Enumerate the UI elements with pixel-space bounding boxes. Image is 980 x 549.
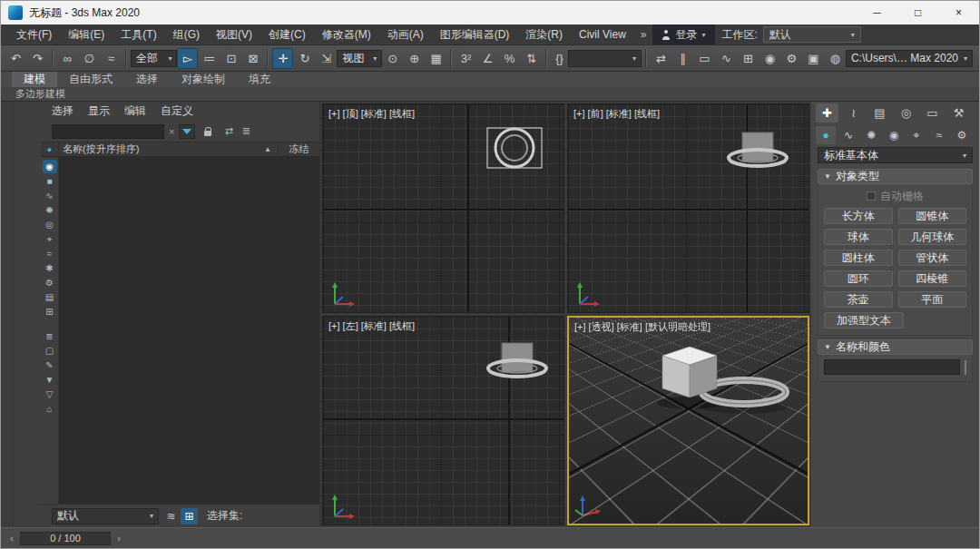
angle-snap-icon[interactable]: ∠ [477,48,498,69]
create-tab-icon[interactable]: ✚ [816,103,838,123]
menu-animation[interactable]: 动画(A) [379,25,432,44]
modify-tab-icon[interactable]: ≀ [842,103,865,123]
filter-funnel-icon[interactable] [179,124,195,139]
viewport-front[interactable]: [+] [前] [标准] [线框] [567,103,809,313]
window-crossing-toggle-icon[interactable]: ⊠ [242,48,263,69]
pyramid-button[interactable]: 四棱锥 [898,270,967,287]
geosphere-button[interactable]: 几何球体 [898,229,967,245]
space-warps-icon[interactable]: ≈ [929,126,949,144]
systems-icon[interactable]: ⚙ [952,126,972,144]
viewport-label-front[interactable]: [+] [前] [标准] [线框] [573,107,660,121]
menu-views[interactable]: 视图(V) [208,25,260,44]
ribbon-tab-populate[interactable]: 填充 [237,72,282,87]
display-helpers-icon[interactable]: ⌖ [43,232,57,246]
material-editor-icon[interactable]: ◉ [760,48,780,69]
list-view-icon[interactable]: ≣ [43,329,57,343]
viewport-perspective[interactable]: [+] [透视] [标准] [默认明暗处理] [567,316,809,525]
ribbon-tab-object-paint[interactable]: 对象绘制 [170,72,237,87]
name-color-rollout-header[interactable]: ▼ 名称和颜色 [818,339,973,355]
close-button[interactable]: × [938,1,979,25]
unlink-selection-icon[interactable]: ∅ [79,48,100,69]
menu-civil-view[interactable]: Civil View [571,25,634,44]
rectangular-selection-region-icon[interactable]: ⊡ [220,48,241,69]
display-tab-icon[interactable]: ▭ [921,103,944,123]
ribbon-tab-selection[interactable]: 选择 [124,72,170,87]
viewport-left[interactable]: [+] [左] [标准] [线框] [322,316,564,525]
name-column-header[interactable]: 名称(按升序排序) ▲ [59,142,278,156]
selection-set-dropdown[interactable]: 默认 ▾ [52,508,159,524]
menu-tools[interactable]: 工具(T) [113,25,164,44]
se-menu-display[interactable]: 显示 [81,103,117,119]
display-cameras-icon[interactable]: ◎ [43,218,57,231]
shapes-icon[interactable]: ∿ [838,126,858,144]
edit-named-sets-icon[interactable]: {} [551,48,568,69]
viewport-label-left[interactable]: [+] [左] [标准] [线框] [328,319,415,333]
use-pivot-point-icon[interactable]: ⊙ [382,48,403,69]
display-lights-icon[interactable]: ✺ [43,203,57,217]
geometry-icon[interactable]: ● [816,126,836,144]
mirror-icon[interactable]: ⇄ [651,48,671,69]
sphere-button[interactable]: 球体 [824,229,893,245]
motion-tab-icon[interactable]: ◎ [895,103,917,123]
choose-columns-icon[interactable]: ≣ [238,124,254,139]
menu-modifiers[interactable]: 修改器(M) [314,25,379,44]
schematic-view-icon[interactable]: ⊞ [738,48,759,69]
object-color-swatch[interactable] [965,360,966,375]
search-input[interactable] [52,124,164,139]
keyboard-override-icon[interactable]: ▦ [426,48,446,69]
primitive-category-dropdown[interactable]: 标准基本体 ▾ [818,147,973,163]
box-button[interactable]: 长方体 [824,208,893,224]
object-name-input[interactable] [824,359,960,375]
menu-overflow-icon[interactable]: » [634,28,653,41]
se-menu-select[interactable]: 选择 [44,103,81,119]
ribbon-tab-freeform[interactable]: 自由形式 [57,72,124,87]
login-button[interactable]: 登录 ▾ [652,25,714,44]
undo-icon[interactable]: ↶ [5,48,26,69]
helpers-icon[interactable]: ⌖ [906,126,926,144]
se-menu-edit[interactable]: 编辑 [117,103,153,119]
display-bones-icon[interactable]: ⚙ [43,276,57,289]
select-and-scale-icon[interactable]: ⇲ [316,48,337,69]
viewport-label-perspective[interactable]: [+] [透视] [标准] [默认明暗处理] [574,320,710,334]
cameras-icon[interactable]: ◉ [884,126,904,144]
tube-button[interactable]: 管状体 [898,250,967,266]
layers-icon[interactable]: ≋ [162,508,180,524]
select-by-name-icon[interactable]: ≔ [199,48,220,69]
utilities-tab-icon[interactable]: ⚒ [947,103,970,123]
display-geometry-icon[interactable]: ■ [43,174,57,188]
display-groups-icon[interactable]: ⊞ [43,305,57,319]
selection-filter-dropdown[interactable]: 全部 ▾ [131,50,177,67]
percent-snap-icon[interactable]: % [499,48,520,69]
plane-button[interactable]: 平面 [898,291,967,308]
menu-graph-editors[interactable]: 图形编辑器(D) [432,25,518,44]
time-frame-field[interactable]: 0 / 100 [20,532,111,545]
lights-icon[interactable]: ✺ [861,126,881,144]
render-setup-icon[interactable]: ⚙ [781,48,802,69]
project-path-dropdown[interactable]: C:\Users\… Max 2020 ▾ [846,50,973,67]
scene-explorer-toggle-icon[interactable]: ⊞ [181,508,198,524]
menu-create[interactable]: 创建(C) [260,25,314,44]
text-plus-button[interactable]: 加强型文本 [824,312,904,328]
sync-selection-icon[interactable]: ⇄ [220,124,237,139]
curve-editor-icon[interactable]: ∿ [716,48,737,69]
time-prev-icon[interactable]: ‹ [6,533,17,544]
spinner-snap-icon[interactable]: ⇅ [521,48,542,69]
display-shapes-icon[interactable]: ∿ [43,189,57,202]
bind-to-space-warp-icon[interactable]: ≈ [101,48,122,69]
object-type-rollout-header[interactable]: ▼ 对象类型 [818,169,973,184]
render-icon[interactable]: ◍ [825,48,846,69]
frozen-column-header[interactable]: 冻结 [278,142,319,156]
menu-group[interactable]: 组(G) [165,25,208,44]
ribbon-tab-modeling[interactable]: 建模 [12,72,57,87]
time-next-icon[interactable]: › [113,533,124,544]
maximize-button[interactable]: □ [897,1,938,25]
select-and-link-icon[interactable]: ∞ [57,48,78,69]
lock-cell-editing-icon[interactable] [200,124,216,139]
align-icon[interactable]: ∥ [672,48,693,69]
viewport-label-top[interactable]: [+] [顶] [标准] [线框] [328,107,415,121]
display-space-warps-icon[interactable]: ≈ [43,247,57,260]
workspace-select[interactable]: 默认 ▾ [763,26,861,43]
display-all-icon[interactable]: ◉ [43,160,57,173]
toggle-ribbon-icon[interactable]: ▭ [694,48,715,69]
autogrid-checkbox[interactable] [867,191,876,201]
